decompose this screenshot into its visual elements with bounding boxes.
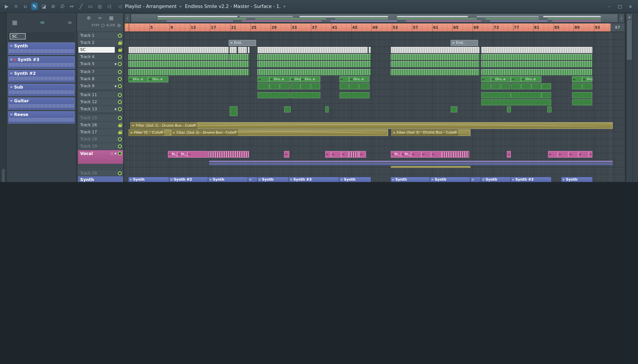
pattern-clip-small[interactable] xyxy=(349,83,359,90)
pattern-clip-notes[interactable] xyxy=(257,54,371,60)
pattern-clip-small[interactable] xyxy=(269,83,280,90)
drum-pattern-clip[interactable]: Dru..e xyxy=(300,76,320,82)
automation-clip[interactable]: ∞ Filter (Slot 3) - Drums Bus - Cutoff xyxy=(391,129,470,136)
vocal-clip[interactable] xyxy=(187,151,208,158)
audio-clip-sc[interactable] xyxy=(481,47,592,53)
pattern-clip-notes[interactable] xyxy=(129,54,229,60)
pattern-clip-synth[interactable]: Synth xyxy=(257,177,289,182)
track-header-track-1[interactable]: Track 1 xyxy=(78,32,123,40)
slide-toggle[interactable] xyxy=(117,24,121,27)
chevron-down-icon[interactable]: ▼ xyxy=(115,84,117,88)
drum-pattern-clip[interactable] xyxy=(572,76,582,82)
pattern-clip-synth-3[interactable]: Synth #3 xyxy=(511,177,551,182)
audio-picker-tab[interactable]: ≈ xyxy=(40,19,45,26)
pattern-clip-synth[interactable]: Synth xyxy=(561,177,592,182)
track-header-sc[interactable]: SC xyxy=(78,46,123,54)
audio-clip-sc[interactable] xyxy=(248,47,249,53)
drum-pattern-clip[interactable] xyxy=(257,76,269,82)
pattern-clip-small[interactable] xyxy=(582,83,592,90)
pattern-clip-small[interactable] xyxy=(280,83,290,90)
mute-led[interactable] xyxy=(118,62,122,66)
track-header-track-5[interactable]: Track 5▼ xyxy=(78,61,123,68)
mute-led[interactable] xyxy=(118,84,122,88)
picker-item-synth-2[interactable]: ≡Synth #2 xyxy=(8,70,75,82)
grid-view-icon[interactable]: ▦ xyxy=(109,15,114,21)
vocal-clip[interactable] xyxy=(589,151,592,158)
chevron-down-icon[interactable]: ▼ xyxy=(115,108,117,111)
automation-strip[interactable] xyxy=(391,166,470,168)
zoom-tool-icon[interactable]: ◎ xyxy=(97,3,103,10)
vocal-clip[interactable] xyxy=(431,151,442,158)
pattern-clip-small[interactable] xyxy=(572,83,582,90)
automation-clip-end[interactable]: ∞ End.. xyxy=(451,40,478,46)
select-tool-icon[interactable]: ▭ xyxy=(87,3,94,10)
pattern-clip-notes[interactable] xyxy=(481,54,592,60)
track-header-synth[interactable]: Synth. . .▼ xyxy=(78,176,123,182)
pattern-clip-notes[interactable] xyxy=(257,69,371,75)
minimize-button[interactable]: – xyxy=(605,3,613,10)
performance-mode-icon[interactable]: ⊕ xyxy=(87,15,91,21)
mute-led[interactable] xyxy=(118,100,122,104)
pattern-clip-notes[interactable] xyxy=(230,54,249,60)
pattern-clip-synth[interactable]: Synth xyxy=(129,177,169,182)
vocal-clip[interactable] xyxy=(442,151,453,158)
automation-strip[interactable] xyxy=(209,164,613,165)
playlist-grid[interactable]: ∞ End..∞ End..Dru..eDru..eDru..eDru..eDr… xyxy=(124,32,625,182)
lock-icon[interactable] xyxy=(118,124,122,127)
drum-pattern-clip[interactable]: Dru..e xyxy=(582,76,592,82)
pattern-clip-small[interactable] xyxy=(481,83,491,90)
slip-tool-icon[interactable]: ↔ xyxy=(69,3,75,10)
vocal-clip[interactable] xyxy=(208,151,249,158)
vocal-clip[interactable] xyxy=(359,151,366,158)
playhead-marker[interactable] xyxy=(125,24,128,28)
pattern-clip-synth-3[interactable]: Synth #3 xyxy=(289,177,339,182)
drum-pattern-clip[interactable]: Dru..e xyxy=(269,76,290,82)
pattern-clip-synth[interactable]: Synth xyxy=(430,177,470,182)
track-header-track-18[interactable]: Track 18 xyxy=(78,136,123,143)
vocal-clip[interactable]: BL_..d) xyxy=(177,151,187,158)
pattern-clip-small[interactable] xyxy=(511,83,521,90)
picker-item-reese[interactable]: ≡Reese xyxy=(8,111,75,124)
pattern-clip-small[interactable] xyxy=(325,106,329,112)
automation-clip[interactable]: ∞ Filter (Slot 2) - Drums Bus - Cutoff xyxy=(130,122,613,129)
vocal-clip[interactable]: BL_..d) xyxy=(391,151,401,158)
picker-item-guitar[interactable]: ≡Guitar xyxy=(8,98,75,110)
close-button[interactable]: × xyxy=(626,3,634,10)
pattern-clip-synth-2[interactable]: Synth #2 xyxy=(169,177,208,182)
pattern-clip-small[interactable] xyxy=(481,92,511,98)
pattern-clip-notes[interactable] xyxy=(481,69,592,75)
pattern-clip-notes[interactable] xyxy=(481,61,592,67)
pattern-clip-synth[interactable]: Synth xyxy=(339,177,371,182)
track-header-track-12[interactable]: Track 12 xyxy=(78,99,123,106)
track-header-track-4[interactable]: Track 4 xyxy=(78,54,123,61)
pattern-clip-small[interactable] xyxy=(257,92,290,98)
snap-icon[interactable]: ∪ xyxy=(22,3,28,10)
audio-clip-sc[interactable] xyxy=(391,47,479,53)
track-header-track-17[interactable]: Track 17 xyxy=(78,129,123,136)
pattern-clip-small[interactable] xyxy=(511,92,541,98)
track-header-track-28[interactable]: Track 28 xyxy=(78,170,123,176)
track-header-track-11[interactable]: Track 11 xyxy=(78,92,123,99)
vocal-clip[interactable] xyxy=(341,151,349,158)
vertical-scrollbar[interactable]: ▲ ▼ xyxy=(626,13,633,182)
pattern-clip-small[interactable] xyxy=(470,177,481,182)
track-header-track-16[interactable]: Track 16 xyxy=(78,122,123,129)
mute-led[interactable] xyxy=(118,171,122,175)
vocal-clip[interactable] xyxy=(507,151,511,158)
vocal-clip[interactable]: BL_..) xyxy=(168,151,177,158)
track-header-track-8[interactable]: Track 8 xyxy=(78,76,123,83)
mute-led[interactable] xyxy=(118,70,122,74)
vocal-clip[interactable] xyxy=(411,151,421,158)
scrollbar-thumb[interactable] xyxy=(627,20,632,60)
vocal-clip[interactable] xyxy=(421,151,431,158)
pattern-clip-synth[interactable]: Synth xyxy=(391,177,430,182)
pattern-clip-small[interactable] xyxy=(359,83,369,90)
loop-icon[interactable]: ○ xyxy=(111,152,113,155)
mute-led[interactable] xyxy=(118,152,122,156)
track-name-field[interactable]: SC xyxy=(79,48,114,52)
pattern-clip-small[interactable] xyxy=(547,106,552,112)
pattern-clip-small[interactable] xyxy=(521,83,531,90)
pattern-clip-small[interactable] xyxy=(572,99,592,106)
mute-led[interactable] xyxy=(118,34,122,38)
timeline-ruler[interactable]: 5913172125293337414549535761656973778185… xyxy=(124,24,625,32)
